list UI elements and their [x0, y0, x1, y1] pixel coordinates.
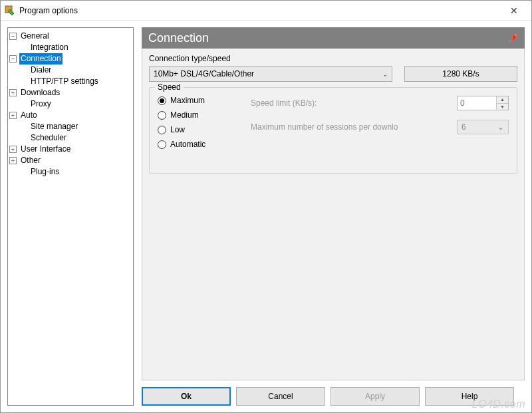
close-button[interactable]: ✕ — [501, 5, 527, 16]
tree-item-plugins[interactable]: Plug-ins — [29, 166, 61, 178]
max-sessions-label: Maximum number of sessions per downlo — [251, 122, 398, 132]
radio-medium[interactable]: Medium — [158, 110, 251, 120]
app-icon — [5, 5, 15, 16]
tree-toggle-downloads[interactable]: + — [9, 89, 17, 96]
tree-item-user-interface[interactable]: User Interface — [19, 144, 72, 155]
tree-item-proxy[interactable]: Proxy — [29, 98, 53, 110]
tree-toggle-ui[interactable]: + — [9, 146, 17, 153]
speed-radios: Maximum Medium Low Automatic — [158, 94, 251, 149]
tree-item-scheduler[interactable]: Scheduler — [29, 132, 68, 144]
tree-toggle-connection[interactable]: − — [9, 55, 17, 63]
radio-maximum[interactable]: Maximum — [158, 96, 251, 105]
tree-item-downloads[interactable]: Downloads — [19, 87, 61, 98]
tree-item-general[interactable]: General — [19, 31, 51, 42]
tree-item-site-manager[interactable]: Site manager — [29, 121, 79, 132]
speed-limit-input[interactable]: ▲▼ — [457, 96, 509, 110]
help-button[interactable]: Help — [425, 387, 514, 406]
speed-limit-label: Speed limit (KB/s): — [251, 98, 317, 108]
panel-title: Connection — [148, 31, 209, 45]
titlebar: Program options ✕ — [1, 1, 531, 21]
tree-item-integration[interactable]: Integration — [29, 42, 70, 53]
chevron-down-icon: ⌄ — [382, 70, 388, 78]
rate-button[interactable]: 1280 KB/s — [404, 66, 517, 82]
content: − General Integration − Connection Diale… — [1, 21, 531, 412]
chevron-down-icon: ⌄ — [497, 122, 504, 132]
right-panel: Connection 📌 Connection type/speed 10Mb+… — [142, 27, 525, 406]
tree-item-auto[interactable]: Auto — [19, 110, 39, 121]
radio-low[interactable]: Low — [158, 125, 251, 134]
spin-down-icon[interactable]: ▼ — [497, 104, 508, 110]
panel-header: Connection 📌 — [142, 27, 525, 49]
radio-indicator — [158, 96, 166, 105]
radio-indicator — [158, 111, 166, 120]
radio-indicator — [158, 126, 166, 134]
speed-group-title: Speed — [155, 82, 184, 92]
connection-type-dropdown[interactable]: 10Mb+ DSL/4G/Cable/Other ⌄ — [149, 66, 392, 82]
tree-item-dialer[interactable]: Dialer — [29, 65, 53, 76]
button-bar: Ok Cancel Apply Help — [142, 380, 525, 406]
speed-settings: Speed limit (KB/s): ▲▼ Maximum number of… — [251, 94, 509, 149]
connection-type-label: Connection type/speed — [149, 54, 517, 63]
apply-button: Apply — [331, 387, 420, 406]
tree-toggle-other[interactable]: + — [9, 157, 17, 164]
panel-body: Connection type/speed 10Mb+ DSL/4G/Cable… — [142, 49, 525, 380]
radio-indicator — [158, 140, 166, 149]
tree-toggle-general[interactable]: − — [9, 33, 17, 40]
connection-type-value: 10Mb+ DSL/4G/Cable/Other — [154, 69, 254, 78]
dialog-window: Program options ✕ − General Integration … — [0, 0, 532, 413]
speed-limit-field[interactable] — [458, 96, 496, 110]
tree-item-connection[interactable]: Connection — [19, 53, 63, 65]
cancel-button[interactable]: Cancel — [236, 387, 325, 406]
radio-automatic[interactable]: Automatic — [158, 140, 251, 149]
window-title: Program options — [19, 6, 501, 15]
spin-up-icon[interactable]: ▲ — [497, 96, 508, 104]
speed-group: Speed Maximum Medium Low Automatic Speed… — [149, 87, 517, 174]
tree-item-http-ftp[interactable]: HTTP/FTP settings — [29, 76, 100, 87]
tree-item-other[interactable]: Other — [19, 155, 42, 166]
max-sessions-dropdown[interactable]: 6 ⌄ — [457, 120, 509, 134]
rate-value: 1280 KB/s — [442, 69, 479, 78]
nav-tree: − General Integration − Connection Diale… — [7, 27, 134, 406]
pin-icon[interactable]: 📌 — [508, 33, 518, 43]
max-sessions-value: 6 — [462, 122, 466, 132]
tree-toggle-auto[interactable]: + — [9, 112, 17, 119]
ok-button[interactable]: Ok — [142, 387, 231, 406]
